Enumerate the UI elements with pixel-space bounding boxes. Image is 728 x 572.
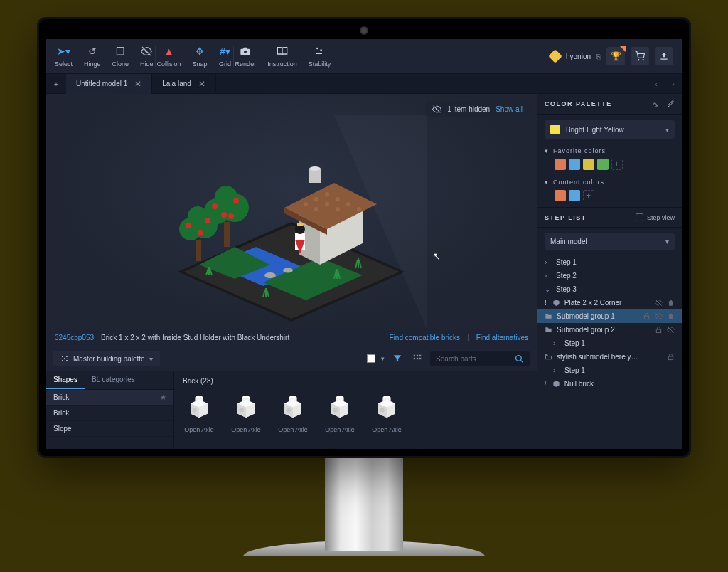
svg-rect-54 [419, 355, 421, 356]
color-swatch[interactable] [583, 159, 594, 170]
part-id[interactable]: 3245cbp053 [55, 334, 94, 341]
cursor-icon: ➤▾ [58, 45, 70, 58]
submodel-folder[interactable]: stylish submodel here y… [537, 350, 682, 364]
chevron-icon[interactable]: › [553, 339, 560, 347]
part-card[interactable]: Open Axle [368, 389, 406, 433]
add-color-button[interactable]: + [583, 190, 594, 201]
category-item[interactable]: Brick ★ [46, 390, 173, 406]
palette-select[interactable]: Master building palette ▾ [53, 351, 160, 366]
eye-off-icon [432, 105, 441, 114]
select-tool[interactable]: ➤▾ Select [55, 45, 73, 68]
grid-tool[interactable]: #▾ Grid [219, 45, 232, 68]
upload-button[interactable] [655, 47, 673, 65]
hinge-tool[interactable]: ↺ Hinge [84, 45, 101, 68]
tab-prev-button[interactable]: ‹ [648, 74, 665, 94]
instruction-tool[interactable]: Instruction [267, 45, 297, 68]
part-item[interactable]: !Plate 2 x 2 Corner [537, 296, 682, 309]
filter-icon[interactable] [390, 351, 405, 366]
hide-icon[interactable] [655, 299, 663, 307]
eyedropper-icon[interactable] [666, 100, 675, 108]
username: hyonion [566, 53, 591, 60]
part-card[interactable]: Open Axle [321, 389, 359, 433]
lock-icon[interactable] [655, 326, 663, 334]
star-icon[interactable]: ★ [160, 393, 166, 401]
submodel-folder[interactable]: Submodel group 1 [537, 309, 682, 323]
chevron-icon[interactable]: › [553, 366, 560, 374]
chevron-down-icon[interactable]: ▾ [381, 355, 385, 362]
delete-icon[interactable] [667, 312, 675, 320]
hinge-label: Hinge [84, 60, 101, 68]
part-card[interactable]: Open Axle [227, 389, 265, 433]
show-all-link[interactable]: Show all [496, 105, 523, 113]
paint-bucket-icon[interactable] [651, 100, 659, 108]
color-swatch[interactable] [555, 190, 566, 201]
model-select[interactable]: Main model ▾ [545, 233, 675, 250]
svg-point-49 [62, 360, 63, 361]
step-label: stylish submodel here y… [557, 353, 638, 361]
parts-browser: Shapes BL categories Brick ★ Brick [46, 371, 537, 449]
find-compatible-link[interactable]: Find compatible bricks [390, 334, 460, 341]
part-card[interactable]: Open Axle [274, 389, 312, 433]
tab-shapes[interactable]: Shapes [46, 371, 85, 389]
close-tab-icon[interactable]: ✕ [198, 79, 205, 89]
step-item[interactable]: ›Step 2 [537, 269, 682, 282]
step-item[interactable]: ›Step 1 [537, 255, 682, 269]
logout-icon[interactable]: ⎘ [596, 53, 601, 60]
section-toggle[interactable]: ▾ Favorite colors [545, 147, 675, 154]
step-view-toggle[interactable]: Step view [636, 213, 675, 221]
submodel-folder[interactable]: Submodel group 2 [537, 323, 682, 337]
search-input[interactable] [436, 355, 510, 363]
color-swatch[interactable] [597, 159, 609, 170]
part-card[interactable]: Open Axle [180, 389, 218, 433]
chevron-icon[interactable]: › [545, 272, 552, 280]
step-list: ›Step 1›Step 2⌄Step 3!Plate 2 x 2 Corner… [537, 255, 682, 449]
cart-button[interactable] [631, 47, 649, 65]
close-tab-icon[interactable]: ✕ [134, 79, 141, 89]
lock-icon[interactable] [643, 312, 651, 320]
lock-icon[interactable] [667, 353, 675, 361]
current-color-select[interactable]: Bright Light Yellow ▾ [545, 120, 675, 139]
tab-lalaland[interactable]: Lala land ✕ [152, 74, 216, 94]
svg-rect-56 [417, 358, 418, 359]
trophy-button[interactable]: 🏆 [606, 47, 625, 65]
tab-bl-categories[interactable]: BL categories [85, 371, 142, 389]
stability-tool[interactable]: Stability [309, 45, 331, 68]
add-tab-button[interactable]: + [46, 74, 66, 94]
color-filter-swatch[interactable] [367, 354, 375, 363]
grid-view-icon[interactable] [410, 351, 424, 366]
color-swatch[interactable] [555, 159, 566, 170]
delete-icon[interactable] [667, 299, 675, 307]
add-color-button[interactable]: + [611, 159, 623, 170]
color-swatch[interactable] [569, 190, 580, 201]
color-name: Bright Light Yellow [566, 126, 624, 134]
find-alternatives-link[interactable]: Find alternatives [476, 334, 528, 341]
viewport-3d[interactable]: 1 item hidden Show all [46, 94, 537, 329]
chevron-icon[interactable]: › [545, 258, 552, 266]
search-icon[interactable] [515, 354, 524, 364]
brick-thumbnail [368, 389, 406, 423]
divider [155, 46, 156, 67]
chevron-icon[interactable]: ⌄ [545, 285, 552, 293]
category-item[interactable]: Brick [46, 406, 173, 421]
collision-tool[interactable]: ▲ Collision [157, 45, 181, 68]
step-item[interactable]: ›Step 1 [537, 337, 682, 350]
tab-next-button[interactable]: › [665, 74, 682, 94]
tab-label: Lala land [162, 80, 191, 88]
color-swatch[interactable] [569, 159, 580, 170]
section-toggle[interactable]: ▾ Content colors [545, 179, 675, 186]
clone-tool[interactable]: ❐ Clone [112, 45, 129, 68]
step-item[interactable]: ⌄Step 3 [537, 282, 682, 296]
snap-tool[interactable]: ✥ Snap [193, 45, 208, 68]
svg-rect-91 [668, 356, 673, 360]
category-item[interactable]: Slope [46, 421, 173, 437]
hide-label: Hide [140, 60, 154, 68]
hide-icon[interactable] [667, 326, 675, 334]
part-item[interactable]: !Null brick [537, 377, 682, 391]
step-item[interactable]: ›Step 1 [537, 364, 682, 377]
hide-icon[interactable] [655, 312, 663, 320]
render-tool[interactable]: Render [235, 45, 257, 68]
clone-icon: ❐ [114, 45, 127, 58]
svg-point-18 [346, 202, 350, 206]
tab-untitled[interactable]: Untitled model 1 ✕ [66, 74, 152, 94]
hide-tool[interactable]: Hide [140, 45, 154, 68]
